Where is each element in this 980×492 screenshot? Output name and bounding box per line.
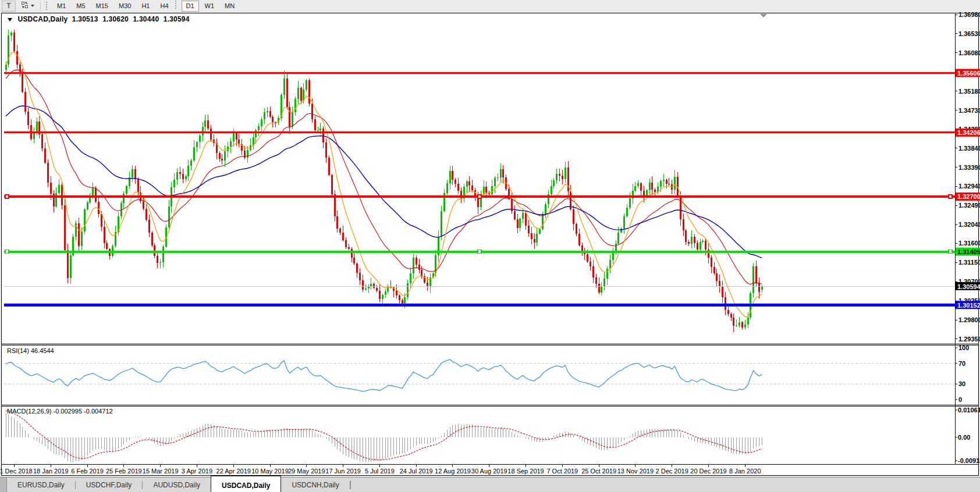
price-tick-label: 1.33390 xyxy=(958,164,980,171)
hline-handle[interactable] xyxy=(5,250,9,254)
date-tick-label: 25 Oct 2019 xyxy=(581,468,616,475)
price-tag-label: 1.35606 xyxy=(957,70,980,77)
tab-usdcad[interactable]: USDCAD,Daily xyxy=(211,476,281,492)
price-tick-label: 1.29350 xyxy=(958,336,980,343)
price-tick-label: 1.32940 xyxy=(958,183,980,190)
ohlc-low: 1.30440 xyxy=(133,15,159,23)
price-tick-label: 1.36080 xyxy=(958,49,980,56)
date-tick-label: 18 Jan 2019 xyxy=(33,468,69,475)
rsi-label: RSI(14) 46.4544 xyxy=(7,347,54,354)
tabs-host: EURUSD,DailyUSDCHF,DailyAUDUSD,DailyUSDC… xyxy=(7,477,351,492)
price-tick-label: 1.36980 xyxy=(958,11,980,18)
price-tick-label: 1.34730 xyxy=(958,107,980,114)
macd-axis-label: 0.00 xyxy=(958,434,970,441)
hline-handle[interactable] xyxy=(949,195,952,198)
chart-header: USDCAD,Daily 1.30513 1.30620 1.30440 1.3… xyxy=(8,15,192,23)
price-tick-label: 1.35180 xyxy=(958,88,980,95)
ohlc-close: 1.30594 xyxy=(164,15,190,23)
price-tag-label: 1.32700 xyxy=(957,193,980,200)
date-tick-label: 25 Feb 2019 xyxy=(106,468,142,475)
price-tick-label: 1.32490 xyxy=(958,202,980,209)
ohlc-open: 1.30513 xyxy=(72,15,98,23)
symbol-tabbar: EURUSD,DailyUSDCHF,DailyAUDUSD,DailyUSDC… xyxy=(0,477,980,492)
date-tick-label: 18 Sep 2019 xyxy=(507,468,544,475)
macd-axis-label: 0.010615 xyxy=(958,407,980,413)
date-tick-label: 3 Apr 2019 xyxy=(182,468,212,475)
price-tick-label: 1.31150 xyxy=(958,259,980,266)
date-tick-label: 6 Feb 2019 xyxy=(71,468,104,475)
date-tick-label: 5 Jul 2019 xyxy=(365,468,395,475)
tab-usdcnh[interactable]: USDCNH,Daily xyxy=(281,477,349,492)
price-tick-label: 1.32040 xyxy=(958,221,980,228)
tab-audusd[interactable]: AUDUSD,Daily xyxy=(143,477,211,492)
price-tag-label: 1.34206 xyxy=(957,129,980,136)
date-tick-label: 22 Apr 2019 xyxy=(216,468,251,475)
macd-axis-label: -0.009181 xyxy=(958,457,980,464)
chart-canvas[interactable]: 1.369801.365301.360801.356301.351801.347… xyxy=(0,0,980,492)
hline-handle[interactable] xyxy=(478,195,481,198)
rsi-axis-label: 70 xyxy=(958,360,965,367)
date-tick-label: 20 Dec 2019 xyxy=(690,468,726,475)
hline-handle[interactable] xyxy=(478,250,481,254)
chart-symbol: USDCAD,Daily xyxy=(18,15,68,23)
macd-label: MACD(12,26,9) -0.002995 -0.004712 xyxy=(7,408,113,415)
price-tick-label: 1.29800 xyxy=(958,316,980,323)
trading-terminal: T M1M5M15M30H1H4D1W1MN 1.369801.365301.3… xyxy=(0,0,980,492)
ohlc-high: 1.30620 xyxy=(102,15,129,23)
price-tag-label: 1.31405 xyxy=(957,248,980,255)
date-tick-label: 8 Jan 2020 xyxy=(729,468,761,475)
date-tick-label: 17 Jun 2019 xyxy=(325,468,361,475)
date-tick-label: 10 May 2019 xyxy=(251,468,289,475)
date-tick-label: 12 Aug 2019 xyxy=(435,468,471,475)
date-tick-label: 29 May 2019 xyxy=(288,468,325,475)
price-tick-label: 1.36530 xyxy=(958,30,980,37)
tab-stub[interactable] xyxy=(0,477,7,492)
rsi-axis-label: 100 xyxy=(958,344,969,351)
tab-separator xyxy=(350,481,351,489)
date-tick-label: 7 Oct 2019 xyxy=(546,468,578,475)
hline-handle[interactable] xyxy=(949,250,952,254)
tab-eurusd[interactable]: EURUSD,Daily xyxy=(7,477,75,492)
date-tick-label: 15 Mar 2019 xyxy=(143,468,179,475)
tab-usdchf[interactable]: USDCHF,Daily xyxy=(76,477,143,492)
price-tag-label: 1.30594 xyxy=(957,283,980,290)
date-tick-label: 13 Nov 2019 xyxy=(617,468,654,475)
date-tick-label: 30 Aug 2019 xyxy=(471,468,507,475)
price-tick-label: 1.33840 xyxy=(958,145,980,152)
rsi-axis-label: 0 xyxy=(958,396,962,403)
price-tag-label: 1.30152 xyxy=(957,302,980,309)
date-tick-label: 31 Dec 2018 xyxy=(0,468,33,475)
chart-collapse-icon[interactable] xyxy=(8,18,12,22)
price-tick-label: 1.31600 xyxy=(958,240,980,247)
date-tick-label: 2 Dec 2019 xyxy=(656,468,688,475)
hline-handle[interactable] xyxy=(5,195,9,198)
date-tick-label: 24 Jul 2019 xyxy=(400,468,433,475)
rsi-axis-label: 30 xyxy=(958,380,965,387)
